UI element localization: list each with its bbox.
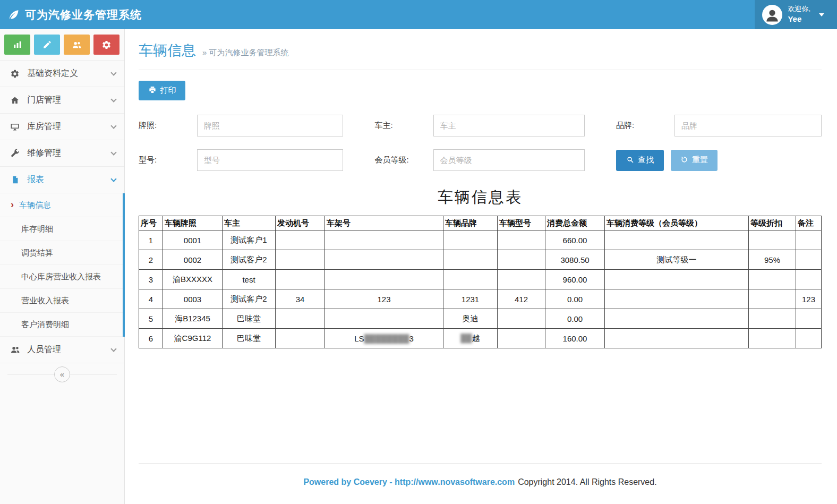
sidebar-item-basic-data[interactable]: 基础资料定义 [0, 61, 124, 87]
table-cell: 巴味堂 [223, 329, 276, 348]
table-row: 20002测试客户23080.50测试等级一95% [139, 250, 822, 270]
table-cell: 660.00 [545, 230, 605, 250]
topbar: 可为汽修业务管理系统 欢迎你, Yee [0, 0, 837, 29]
brand-input[interactable] [674, 115, 822, 136]
sidebar-item-warehouse[interactable]: 库房管理 [0, 114, 124, 140]
sidebar-subitem-revenue-report[interactable]: 营业收入报表 [0, 289, 123, 313]
plate-input[interactable] [197, 115, 343, 136]
breadcrumb: » 可为汽修业务管理系统 [202, 48, 289, 58]
sidebar-subitem-transfer-settlement[interactable]: 调货结算 [0, 241, 123, 265]
footer-copyright: Copyright 2014. All Rights Reserved. [518, 477, 656, 486]
table-cell [796, 230, 822, 250]
table-cell: ██越 [443, 329, 498, 348]
search-button[interactable]: 查找 [616, 150, 664, 171]
table-cell [443, 230, 498, 250]
table-cell [796, 270, 822, 289]
sidebar-collapse-button[interactable]: « [54, 366, 70, 382]
table-cell: 123 [325, 289, 443, 309]
sidebar-nav: 基础资料定义 门店管理 库房管理 维修管 [0, 60, 124, 363]
reset-button[interactable]: 重置 [671, 150, 718, 171]
sidebar-item-personnel[interactable]: 人员管理 [0, 337, 124, 363]
chevron-down-icon [110, 346, 116, 352]
subitem-label: 营业收入报表 [21, 296, 69, 306]
bar-chart-icon[interactable] [4, 35, 30, 55]
sidebar-item-label: 库房管理 [27, 121, 61, 132]
column-header: 车主 [223, 216, 276, 230]
gear-icon [10, 69, 20, 79]
footer: Powered by Coevery - http://www.novasoft… [139, 463, 822, 504]
welcome-text: 欢迎你, Yee [788, 5, 810, 24]
table-cell: LS████████3 [325, 329, 443, 348]
pencil-icon[interactable] [34, 35, 60, 55]
table-cell [276, 309, 325, 329]
printer-icon [148, 86, 157, 96]
table-cell: 1231 [443, 289, 498, 309]
table-cell [605, 289, 749, 309]
table-cell [749, 289, 796, 309]
table-cell: 123 [796, 289, 822, 309]
table-cell [796, 309, 822, 329]
footer-link[interactable]: Powered by Coevery - http://www.novasoft… [303, 477, 515, 486]
sidebar-item-stores[interactable]: 门店管理 [0, 87, 124, 114]
table-cell: 2 [139, 250, 163, 270]
gears-icon[interactable] [93, 35, 119, 55]
table-cell: 6 [139, 329, 163, 348]
filter-group-plate: 牌照: [139, 115, 343, 136]
column-header: 车架号 [325, 216, 443, 230]
filter-group-owner: 车主: [375, 115, 585, 136]
sidebar-item-label: 人员管理 [27, 344, 61, 355]
sidebar-item-label: 基础资料定义 [27, 68, 78, 79]
leaf-icon [7, 8, 20, 21]
report-table: 序号车辆牌照车主发动机号车架号车辆品牌车辆型号消费总金额车辆消费等级（会员等级）… [139, 216, 822, 348]
reset-icon [680, 156, 688, 165]
subitem-label: 客户消费明细 [21, 320, 69, 330]
table-cell: 412 [498, 289, 545, 309]
table-cell: 0.00 [545, 289, 605, 309]
column-header: 备注 [796, 216, 822, 230]
table-cell [325, 270, 443, 289]
chevron-down-icon [110, 176, 116, 182]
table-cell: 测试客户2 [223, 250, 276, 270]
table-cell [749, 329, 796, 348]
filter-actions: 查找 重置 [616, 149, 822, 171]
sidebar-item-label: 报表 [27, 174, 44, 185]
sidebar-subitem-customer-consumption[interactable]: 客户消费明细 [0, 313, 123, 337]
column-header: 车辆品牌 [443, 216, 498, 230]
user-menu[interactable]: 欢迎你, Yee [755, 0, 837, 29]
model-input[interactable] [197, 149, 343, 171]
owner-input[interactable] [433, 115, 585, 136]
table-row: 40003测试客户23412312314120.00123 [139, 289, 822, 309]
chevron-down-icon [110, 149, 116, 155]
people-icon [10, 345, 20, 355]
member-level-input[interactable] [433, 149, 585, 171]
print-button-label: 打印 [160, 86, 176, 96]
table-cell [605, 230, 749, 250]
users-icon[interactable] [64, 35, 90, 55]
table-cell [325, 309, 443, 329]
sidebar-item-reports[interactable]: 报表 [0, 167, 124, 193]
username: Yee [788, 14, 810, 24]
print-button[interactable]: 打印 [139, 81, 185, 100]
app-title: 可为汽修业务管理系统 [25, 7, 142, 22]
table-cell [749, 270, 796, 289]
subitem-label: 中心库房营业收入报表 [21, 272, 101, 282]
table-cell [498, 329, 545, 348]
table-cell [498, 230, 545, 250]
brand: 可为汽修业务管理系统 [0, 0, 142, 29]
sidebar-subitem-inventory-detail[interactable]: 库存明细 [0, 217, 123, 241]
monitor-icon [10, 122, 20, 132]
subitem-label: 调货结算 [21, 248, 53, 258]
quick-icon-bar [0, 29, 124, 60]
table-cell [605, 329, 749, 348]
wrench-icon [10, 149, 20, 158]
sidebar-subitem-central-warehouse-revenue[interactable]: 中心库房营业收入报表 [0, 265, 123, 289]
table-row: 3渝BXXXXXtest960.00 [139, 270, 822, 289]
sidebar-item-repair[interactable]: 维修管理 [0, 140, 124, 167]
table-cell: 3 [139, 270, 163, 289]
page-title: 车辆信息 [139, 41, 196, 60]
sidebar-subitem-vehicle-info[interactable]: › 车辆信息 [0, 193, 123, 217]
chevron-down-icon [110, 96, 116, 102]
table-row: 5海B12345巴味堂奥迪0.00 [139, 309, 822, 329]
column-header: 车辆牌照 [163, 216, 223, 230]
table-cell [605, 270, 749, 289]
